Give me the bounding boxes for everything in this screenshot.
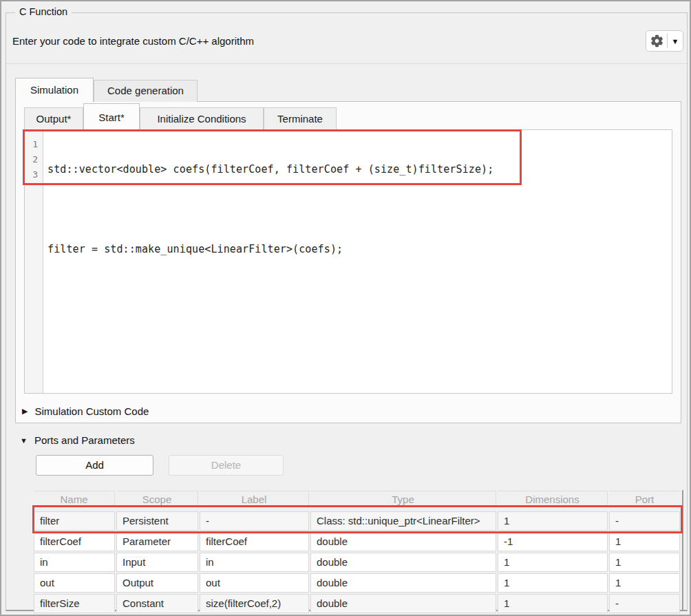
line-number: 3 — [25, 167, 43, 182]
cell-port[interactable]: 1 — [609, 532, 680, 551]
line-number-gutter: 1 2 3 — [25, 130, 43, 393]
code-editor[interactable]: 1 2 3 std::vector<double> coefs(filterCo… — [24, 129, 672, 394]
tab-code-generation[interactable]: Code generation — [94, 80, 198, 102]
cell-scope[interactable]: Persistent — [116, 511, 198, 531]
section-label[interactable]: Simulation Custom Code — [34, 405, 149, 417]
settings-split-button[interactable]: ▼ — [646, 30, 683, 52]
code-line[interactable]: std::vector<double> coefs(filterCoef, fi… — [47, 162, 672, 177]
cell-type[interactable]: double — [310, 594, 496, 613]
cell-scope[interactable]: Parameter — [116, 532, 198, 551]
chevron-down-icon[interactable]: ▼ — [668, 37, 683, 45]
tab-output[interactable]: Output* — [24, 107, 83, 130]
cell-scope[interactable]: Input — [116, 553, 198, 572]
code-line[interactable] — [47, 202, 672, 217]
collapsed-triangle-icon[interactable]: ▶ — [22, 407, 28, 416]
cell-port[interactable]: 1 — [609, 573, 680, 593]
tab-simulation[interactable]: Simulation — [15, 78, 94, 102]
cell-type[interactable]: double — [310, 573, 496, 593]
cell-type[interactable]: double — [310, 553, 496, 572]
cell-scope[interactable]: Constant — [116, 594, 198, 613]
cell-type[interactable]: double — [310, 532, 496, 551]
cell-port[interactable]: 1 — [609, 553, 680, 572]
cell-label[interactable]: filterCoef — [200, 532, 309, 551]
cell-label[interactable]: in — [200, 553, 309, 572]
code-area[interactable]: std::vector<double> coefs(filterCoef, fi… — [43, 130, 672, 393]
cell-name[interactable]: out — [34, 573, 115, 593]
cell-dimensions[interactable]: 1 — [498, 573, 608, 593]
cell-dimensions[interactable]: 1 — [498, 511, 608, 531]
cell-port[interactable]: - — [609, 511, 680, 531]
column-header-name[interactable]: Name — [34, 491, 115, 507]
group-title: C Function — [15, 6, 72, 17]
expanded-triangle-icon[interactable]: ▼ — [20, 436, 28, 445]
cell-label[interactable]: size(filterCoef,2) — [200, 594, 309, 613]
gear-icon[interactable] — [646, 34, 667, 48]
cell-name[interactable]: filterSize — [34, 594, 115, 613]
dialog-description: Enter your code to integrate custom C/C+… — [12, 35, 254, 47]
ports-parameters-table: Name Scope Label Type Dimensions Port fi… — [34, 491, 680, 613]
tab-initialize-conditions[interactable]: Initialize Conditions — [140, 107, 264, 130]
line-number: 1 — [25, 137, 43, 152]
cell-type[interactable]: Class: std::unique_ptr<LinearFilter> — [310, 511, 496, 531]
cell-dimensions[interactable]: 1 — [498, 594, 608, 613]
cell-dimensions[interactable]: -1 — [498, 532, 608, 551]
simulation-custom-code-section[interactable]: ▶ Simulation Custom Code — [22, 405, 149, 417]
c-function-dialog: C Function Enter your code to integrate … — [0, 0, 691, 616]
column-header-scope[interactable]: Scope — [116, 491, 198, 507]
column-header-type[interactable]: Type — [310, 491, 496, 507]
table-scrollbar[interactable] — [682, 490, 683, 611]
section-label[interactable]: Ports and Parameters — [34, 434, 135, 446]
column-header-dimensions[interactable]: Dimensions — [498, 491, 608, 507]
cell-name[interactable]: filter — [34, 511, 115, 531]
cell-name[interactable]: in — [34, 553, 115, 572]
column-header-label[interactable]: Label — [200, 491, 309, 507]
delete-button[interactable]: Delete — [169, 455, 284, 476]
add-button[interactable]: Add — [36, 455, 153, 476]
cell-dimensions[interactable]: 1 — [498, 553, 608, 572]
cell-scope[interactable]: Output — [116, 573, 198, 593]
tab-terminate[interactable]: Terminate — [264, 107, 337, 130]
cell-label[interactable]: - — [200, 511, 309, 531]
column-header-port[interactable]: Port — [609, 491, 680, 507]
ports-and-parameters-section[interactable]: ▼ Ports and Parameters — [20, 434, 135, 446]
cell-label[interactable]: out — [200, 573, 309, 593]
cell-port[interactable]: - — [609, 594, 680, 613]
line-number: 2 — [25, 152, 43, 167]
code-line[interactable]: filter = std::make_unique<LinearFilter>(… — [47, 242, 672, 257]
tab-start[interactable]: Start* — [83, 103, 140, 130]
cell-name[interactable]: filterCoef — [34, 532, 115, 551]
header-separator — [6, 63, 687, 64]
